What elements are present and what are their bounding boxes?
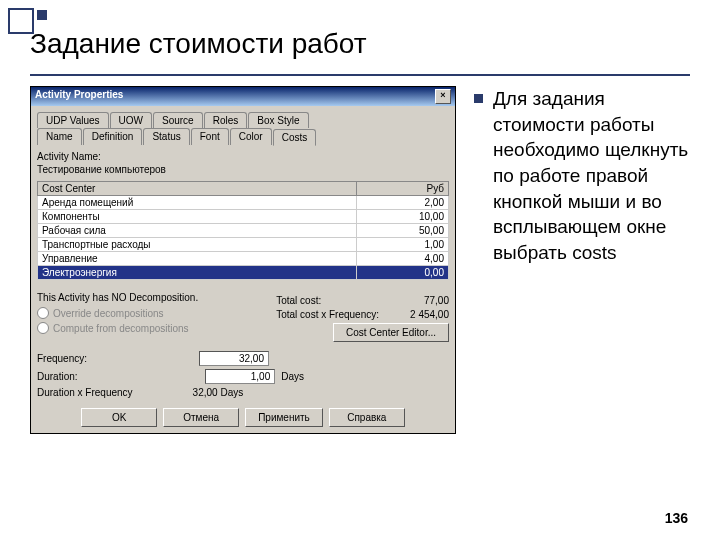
tab-costs[interactable]: Costs [273, 129, 317, 146]
radio-override[interactable]: Override decompositions [37, 307, 256, 319]
apply-button[interactable]: Применить [245, 408, 323, 427]
help-button[interactable]: Справка [329, 408, 405, 427]
total-cost-value: 77,00 [379, 295, 449, 306]
dialog-window: Activity Properties × UDP Values UOW Sou… [30, 86, 456, 434]
cancel-button[interactable]: Отмена [163, 408, 239, 427]
total-cost-label: Total cost: [276, 295, 321, 306]
tabs: UDP Values UOW Source Roles Box Style Na… [37, 112, 449, 145]
slide-title: Задание стоимости работ [30, 28, 690, 60]
frequency-input[interactable]: 32,00 [199, 351, 269, 366]
tab-udp[interactable]: UDP Values [37, 112, 109, 128]
tab-color[interactable]: Color [230, 128, 272, 145]
radio-compute[interactable]: Compute from decompositions [37, 322, 256, 334]
tab-uow[interactable]: UOW [110, 112, 152, 128]
tab-roles[interactable]: Roles [204, 112, 248, 128]
tcf-label: Total cost x Frequency: [276, 309, 379, 320]
duration-input[interactable]: 1,00 [205, 369, 275, 384]
table-row: Транспортные расходы1,00 [38, 238, 449, 252]
table-row: Электроэнергия0,00 [38, 266, 449, 280]
tab-font[interactable]: Font [191, 128, 229, 145]
ok-button[interactable]: OK [81, 408, 157, 427]
title-separator [30, 74, 690, 76]
titlebar-text: Activity Properties [35, 89, 123, 104]
activity-name-label: Activity Name: [37, 151, 449, 162]
tab-source[interactable]: Source [153, 112, 203, 128]
tab-name[interactable]: Name [37, 128, 82, 145]
table-row: Компоненты10,00 [38, 210, 449, 224]
tcf-value: 2 454,00 [379, 309, 449, 320]
activity-name-value: Тестирование компьютеров [37, 164, 449, 175]
table-row: Управление4,00 [38, 252, 449, 266]
page-number: 136 [665, 510, 688, 526]
tab-boxstyle[interactable]: Box Style [248, 112, 308, 128]
th-costcenter[interactable]: Cost Center [38, 182, 357, 196]
table-row: Аренда помещений2,00 [38, 196, 449, 210]
dxf-label: Duration x Frequency [37, 387, 133, 398]
cost-center-editor-button[interactable]: Cost Center Editor... [333, 323, 449, 342]
tab-definition[interactable]: Definition [83, 128, 143, 145]
cost-table[interactable]: Cost CenterРуб Аренда помещений2,00 Комп… [37, 181, 449, 280]
duration-label: Duration: [37, 371, 78, 382]
duration-unit: Days [281, 371, 304, 382]
th-currency[interactable]: Руб [356, 182, 448, 196]
decomp-text: This Activity has NO Decomposition. [37, 292, 256, 303]
frequency-label: Frequency: [37, 353, 87, 364]
dxf-value: 32,00 Days [193, 387, 244, 398]
slide-deco [0, 0, 55, 42]
bullet-icon [474, 94, 483, 103]
titlebar[interactable]: Activity Properties × [31, 87, 455, 106]
sidebar-text: Для задания стоимости работы необходимо … [493, 86, 690, 265]
tab-status[interactable]: Status [143, 128, 189, 145]
close-icon[interactable]: × [435, 89, 451, 104]
table-row: Рабочая сила50,00 [38, 224, 449, 238]
